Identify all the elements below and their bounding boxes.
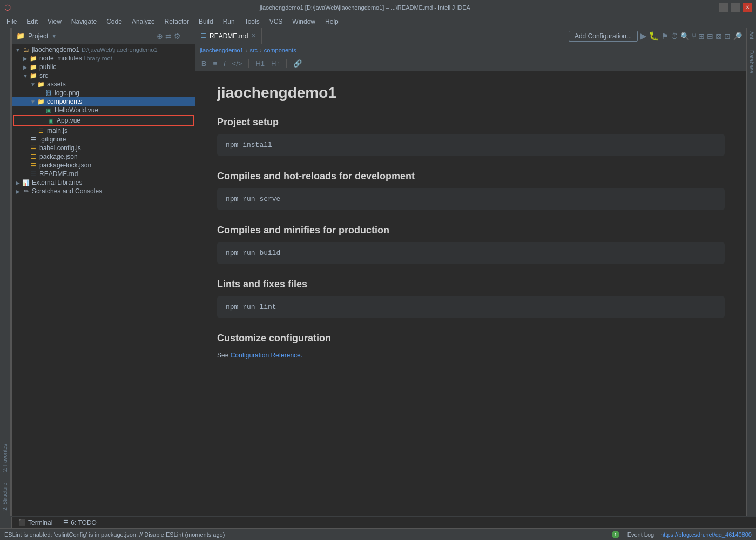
menu-analyze[interactable]: Analyze	[127, 17, 159, 26]
h-up-button[interactable]: H↑	[269, 59, 281, 68]
tree-item-package[interactable]: ☰ package.json	[12, 152, 195, 161]
add-configuration-button[interactable]: Add Configuration...	[569, 31, 638, 42]
menu-tools[interactable]: Tools	[240, 17, 264, 26]
todo-tab[interactable]: ☰ 6: TODO	[59, 517, 101, 529]
tree-label-root: jiaochengdemo1	[32, 46, 79, 53]
vcs-icon[interactable]: ⑂	[692, 32, 696, 40]
bread-src[interactable]: src	[249, 47, 258, 53]
bold-button[interactable]: B	[200, 59, 208, 68]
tree-label-mainjs: main.js	[47, 127, 68, 134]
minimize-button[interactable]: —	[719, 3, 728, 12]
find-icon[interactable]: 🔎	[733, 32, 742, 40]
locate-file-icon[interactable]: ⊕	[157, 32, 163, 40]
collapse-icon[interactable]: —	[183, 32, 191, 40]
todo-label: 6: TODO	[71, 519, 97, 526]
tree-item-helloworld[interactable]: ▣ HelloWorld.vue	[12, 106, 195, 114]
breadcrumb: jiaochengdemo1 › src › components	[195, 44, 746, 56]
tree-item-public[interactable]: ▶ 📁 public	[12, 63, 195, 71]
tree-label-package-lock: package-lock.json	[39, 161, 91, 169]
tree-item-babel[interactable]: ☰ babel.config.js	[12, 144, 195, 152]
toolbar-sep-2	[286, 59, 287, 68]
project-sidebar: 📁 Project ▼ ⊕ ⇄ ⚙ — ▼ 🗂 jiaochengdemo1	[12, 28, 195, 516]
tree-item-package-lock[interactable]: ☰ package-lock.json	[12, 161, 195, 170]
tab-md-icon: ☰	[201, 32, 206, 39]
link-button[interactable]: 🔗	[292, 59, 303, 68]
tree-arrow-public: ▶	[22, 64, 29, 70]
tree-item-components[interactable]: ▼ 📁 components	[12, 97, 195, 106]
strikethrough-button[interactable]: ≡	[211, 59, 219, 68]
file-package-lock-icon: ☰	[29, 161, 38, 169]
menu-view[interactable]: View	[43, 17, 66, 26]
tree-arrow-src: ▼	[22, 73, 29, 79]
tree-label-components: components	[47, 98, 82, 105]
menu-run[interactable]: Run	[219, 17, 239, 26]
project-dropdown-icon[interactable]: ▼	[51, 33, 57, 39]
tab-readme[interactable]: ☰ README.md ✕	[195, 28, 262, 44]
config-reference-link[interactable]: Configuration Reference.	[231, 352, 302, 359]
tree-arrow-ext-libs: ▶	[14, 180, 22, 186]
titlebar-title: jiaochengdemo1 [D:\javaWeb\jiaochengdemo…	[11, 4, 719, 11]
sidebar-header-actions: ⊕ ⇄ ⚙ —	[157, 32, 191, 40]
tab-close-icon[interactable]: ✕	[251, 32, 256, 39]
menu-help[interactable]: Help	[321, 17, 343, 26]
tree-item-gitignore[interactable]: ☰ .gitignore	[12, 135, 195, 144]
side-vertical-tabs: 2: Favorites 2: Structure	[0, 28, 11, 516]
layout1-icon[interactable]: ⊞	[698, 32, 705, 40]
coverage-icon[interactable]: ⚑	[662, 32, 669, 40]
menu-vcs[interactable]: VCS	[265, 17, 287, 26]
app-logo: ⬡	[4, 3, 11, 12]
file-scratches-icon: ✏	[22, 187, 30, 195]
tree-item-app-vue[interactable]: ▣ App.vue	[13, 115, 194, 126]
menu-build[interactable]: Build	[194, 17, 218, 26]
menu-file[interactable]: File	[2, 17, 21, 26]
menu-window[interactable]: Window	[288, 17, 320, 26]
bread-project[interactable]: jiaochengdemo1	[200, 47, 244, 53]
close-button[interactable]: ✕	[743, 3, 752, 12]
tree-item-logo[interactable]: 🖼 logo.png	[12, 89, 195, 97]
scroll-from-source-icon[interactable]: ⇄	[165, 32, 172, 40]
right-strip: Ant. Database	[746, 28, 756, 516]
csdn-url[interactable]: https://blog.csdn.net/qq_46140800	[660, 531, 752, 538]
tree-item-assets[interactable]: ▼ 📁 assets	[12, 80, 195, 89]
tree-sublabel-root: D:\javaWeb\jiaochengdemo1	[82, 46, 157, 53]
tree-item-scratches[interactable]: ▶ ✏ Scratches and Consoles	[12, 187, 195, 195]
menu-refactor[interactable]: Refactor	[160, 17, 193, 26]
layout4-icon[interactable]: ⊡	[724, 32, 731, 40]
search-everywhere-icon[interactable]: 🔍	[680, 32, 690, 40]
ant-panel-tab[interactable]: Ant.	[747, 28, 756, 44]
tab-run-bar: ☰ README.md ✕ Add Configuration... ▶ 🐛 ⚑…	[195, 28, 746, 44]
favorites-panel-tab[interactable]: 2: Favorites	[1, 441, 9, 475]
main-editor: ☰ README.md ✕ Add Configuration... ▶ 🐛 ⚑…	[195, 28, 746, 516]
database-panel-tab[interactable]: Database	[747, 47, 756, 77]
gear-icon[interactable]: ⚙	[174, 32, 181, 40]
h1-button[interactable]: H1	[254, 59, 266, 68]
tree-item-node-modules[interactable]: ▶ 📁 node_modules library root	[12, 54, 195, 63]
terminal-tab[interactable]: ⬛ Terminal	[14, 517, 57, 529]
tree-label-readme: README.md	[39, 170, 78, 178]
bread-components[interactable]: components	[264, 47, 296, 53]
layout2-icon[interactable]: ⊟	[707, 32, 713, 40]
section-setup-heading: Project setup	[217, 117, 725, 128]
tree-item-readme[interactable]: ☰ README.md	[12, 170, 195, 178]
maximize-button[interactable]: □	[731, 3, 740, 12]
tree-item-src[interactable]: ▼ 📁 src	[12, 71, 195, 80]
profile-icon[interactable]: ⏱	[671, 32, 678, 40]
tree-item-ext-libs[interactable]: ▶ 📊 External Libraries	[12, 178, 195, 187]
event-log-label[interactable]: Event Log	[627, 531, 654, 538]
tree-arrow-scratches: ▶	[14, 188, 22, 194]
file-gitignore-icon: ☰	[29, 136, 38, 143]
menu-code[interactable]: Code	[102, 17, 126, 26]
code-button[interactable]: </>	[231, 59, 244, 68]
run-icon[interactable]: ▶	[640, 31, 646, 41]
layout3-icon[interactable]: ⊠	[716, 32, 722, 40]
tree-item-mainjs[interactable]: ☰ main.js	[12, 126, 195, 135]
menu-edit[interactable]: Edit	[22, 17, 42, 26]
debug-icon[interactable]: 🐛	[649, 31, 659, 41]
menu-navigate[interactable]: Navigate	[67, 17, 101, 26]
customize-para: See Configuration Reference.	[217, 350, 725, 361]
project-tree: ▼ 🗂 jiaochengdemo1 D:\javaWeb\jiaochengd…	[12, 44, 195, 516]
bottom-tools-bar: ⬛ Terminal ☰ 6: TODO	[0, 516, 756, 528]
structure-panel-tab[interactable]: 2: Structure	[1, 480, 9, 514]
italic-button[interactable]: I	[222, 59, 227, 68]
tree-item-root[interactable]: ▼ 🗂 jiaochengdemo1 D:\javaWeb\jiaochengd…	[12, 45, 195, 54]
